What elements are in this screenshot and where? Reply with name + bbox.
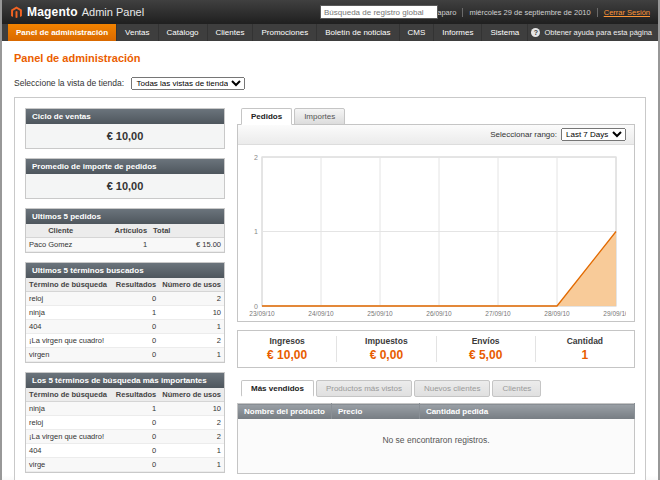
grid-tab: Nuevos clientes [414,380,490,397]
table-row[interactable]: ¡La virgen que cuadro!02 [26,430,224,444]
table-row[interactable]: reloj02 [26,292,224,306]
table-header-row: ClienteArtículosTotal [26,224,224,238]
table-row[interactable]: Paco Gomez1€ 15.00 [26,238,224,252]
dashboard-tab[interactable]: Pedidos [241,108,292,125]
column-header: Total [150,224,224,238]
grid-tab[interactable]: Más vendidos [241,380,314,397]
stat-label: Ingresos [238,336,336,346]
table-row[interactable]: virge01 [26,458,224,472]
divider [597,8,598,17]
stat-cell: Impuestos € 0,00 [336,336,435,362]
average-orders-value: € 10,00 [26,174,224,198]
last-search-terms-table: Término de búsquedaResultadosNúmero de u… [26,278,224,362]
nav-item[interactable]: Catálogo [159,24,208,41]
header-date: miércoles 29 de septiembre de 2010 [469,8,590,17]
nav-item[interactable]: Promociones [253,24,317,41]
lifetime-sales-box: Ciclo de ventas € 10,00 [25,108,225,149]
column-header: Término de búsqueda [26,278,110,292]
table-header-row: Término de búsquedaResultadosNúmero de u… [26,278,224,292]
nav-item[interactable]: Informes [434,24,482,41]
stat-cell: Cantidad 1 [535,336,634,362]
range-label: Seleccionar rango: [490,130,557,139]
products-grid: Nombre del productoPrecioCantidad pedida… [237,403,635,474]
divider [462,8,463,17]
nav-item[interactable]: Sistema [482,24,528,41]
top-search-terms-box: Los 5 términos de búsqueda más important… [25,372,225,473]
stat-value: € 10,00 [238,348,336,362]
grid-tab: Clientes [492,380,541,397]
svg-text:28/09/10: 28/09/10 [544,310,570,317]
grid-tabs: Más vendidosProductos más vistosNuevos c… [237,380,635,397]
store-switcher: Seleccione la vista de tienda: Todas las… [14,77,646,90]
stat-value: € 5,00 [437,348,535,362]
grid-column-header: Cantidad pedida [419,404,634,420]
table-row[interactable]: ninja110 [26,306,224,320]
dashboard-tabs: PedidosImportes [237,108,635,124]
page-title: Panel de administración [14,52,646,64]
svg-text:0: 0 [254,303,258,310]
svg-text:23/09/10: 23/09/10 [249,310,275,317]
top-search-terms-table: Término de búsquedaResultadosNúmero de u… [26,388,224,472]
magento-logo: Magento Admin Panel [10,5,144,19]
column-header: Resultados [110,388,159,402]
last-orders-box: Ultimos 5 pedidos ClienteArtículosTotal … [25,208,225,253]
box-title: Los 5 términos de búsqueda más important… [26,373,224,388]
nav-item[interactable]: CMS [400,24,435,41]
empty-message: No se encontraron registros. [238,419,635,474]
table-row[interactable]: ¡La virgen que cuadro!02 [26,334,224,348]
table-row[interactable]: 40401 [26,444,224,458]
dashboard-panel: Ciclo de ventas € 10,00 Promedio de impo… [14,97,646,480]
help-label: Obtener ayuda para esta página [544,28,652,37]
nav-item[interactable]: Ventas [117,24,158,41]
box-title: Ultimos 5 pedidos [26,209,224,224]
grid-header-row: Nombre del productoPrecioCantidad pedida [238,404,635,420]
brand-suffix: Admin Panel [82,6,144,18]
column-header: Término de búsqueda [26,388,110,402]
global-search-input[interactable] [320,5,438,19]
grid-empty-row: No se encontraron registros. [238,419,635,474]
help-link[interactable]: ? Obtener ayuda para esta página [531,24,652,41]
box-title: Ultimos 5 términos buscados [26,263,224,278]
range-select[interactable]: Last 7 Days [561,128,626,141]
column-header: Cliente [26,224,76,238]
grid-tab: Productos más vistos [316,380,412,397]
grid-column-header: Precio [331,404,419,420]
table-row[interactable]: reloj02 [26,416,224,430]
stat-cell: Envíos € 5,00 [436,336,535,362]
nav-item[interactable]: Clientes [208,24,254,41]
stat-label: Impuestos [337,336,435,346]
orders-chart: 01223/09/1024/09/1025/09/1026/09/1027/09… [246,151,626,319]
dashboard-tab[interactable]: Importes [294,108,345,125]
svg-text:24/09/10: 24/09/10 [308,310,334,317]
svg-text:25/09/10: 25/09/10 [367,310,393,317]
stat-label: Cantidad [536,336,634,346]
brand-name: Magento [27,5,78,19]
box-title: Ciclo de ventas [26,109,224,124]
stat-label: Envíos [437,336,535,346]
top-header-bar: Magento Admin Panel Accedió como aparo m… [2,0,658,24]
nav-item[interactable]: Boletín de noticias [317,24,399,41]
table-row[interactable]: 40401 [26,320,224,334]
stat-value: € 0,00 [337,348,435,362]
column-header: Resultados [110,278,159,292]
grid-column-header: Nombre del producto [238,404,332,420]
range-bar: Seleccionar rango: Last 7 Days [238,125,634,145]
stat-value: 1 [536,348,634,362]
nav-item[interactable]: Panel de administración [8,24,117,41]
store-view-select[interactable]: Todas las vistas de tienda [131,77,245,90]
chart-panel: Seleccionar rango: Last 7 Days 01223/09/… [237,124,635,322]
totals-row: Ingresos € 10,00 Impuestos € 0,00 Envíos… [237,330,635,368]
svg-text:26/09/10: 26/09/10 [426,310,452,317]
average-orders-box: Promedio de importe de pedidos € 10,00 [25,158,225,199]
table-header-row: Término de búsquedaResultadosNúmero de u… [26,388,224,402]
magento-logo-icon [10,6,23,19]
column-header: Número de usos [159,278,224,292]
table-row[interactable]: ninja110 [26,402,224,416]
table-row[interactable]: virgen01 [26,348,224,362]
page-content: Panel de administración Seleccione la vi… [2,41,658,480]
logout-link[interactable]: Cerrar Sesión [604,8,650,17]
lifetime-sales-value: € 10,00 [26,124,224,148]
store-view-label: Seleccione la vista de tienda: [14,78,124,88]
magento-admin-window: Magento Admin Panel Accedió como aparo m… [0,0,660,480]
box-title: Promedio de importe de pedidos [26,159,224,174]
